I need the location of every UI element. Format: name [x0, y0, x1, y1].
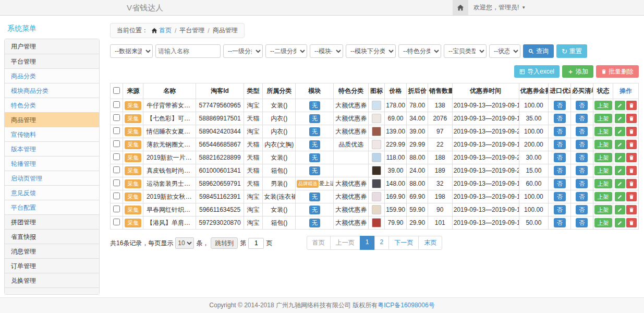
delete-button[interactable]	[626, 153, 637, 162]
status-button[interactable]: 上架	[594, 127, 612, 136]
row-checkbox[interactable]	[113, 127, 120, 134]
status-button[interactable]: 上架	[594, 101, 612, 110]
import-select-toggle[interactable]: 否	[554, 192, 566, 201]
sidebar-item-平台配置[interactable]: 平台配置	[5, 200, 99, 214]
select-all-checkbox[interactable]	[113, 87, 120, 94]
must-buy-toggle[interactable]: 否	[576, 192, 588, 201]
sidebar-item-平台管理[interactable]: 平台管理	[5, 54, 99, 68]
delete-button[interactable]	[626, 127, 637, 136]
import-select-toggle[interactable]: 否	[554, 140, 566, 149]
import-select-toggle[interactable]: 否	[554, 153, 566, 162]
sidebar-item-模块商品分类[interactable]: 模块商品分类	[5, 83, 99, 98]
status-button[interactable]: 上架	[594, 114, 612, 123]
batch-delete-button[interactable]: 批量删除	[596, 65, 639, 78]
status-button[interactable]: 上架	[594, 205, 612, 214]
edit-button[interactable]	[615, 101, 625, 110]
pager-button-3[interactable]: 2	[374, 236, 390, 250]
sidebar-item-clipped[interactable]	[5, 287, 99, 294]
must-buy-toggle[interactable]: 否	[576, 140, 588, 149]
pager-button-0[interactable]: 首页	[307, 236, 331, 250]
row-checkbox[interactable]	[113, 166, 120, 173]
filter-level2-category[interactable]: --二级分类--	[265, 44, 307, 58]
delete-button[interactable]	[626, 205, 637, 214]
status-button[interactable]: 上架	[594, 192, 612, 201]
jump-button[interactable]: 跳转到	[211, 237, 238, 249]
edit-button[interactable]	[615, 127, 625, 136]
status-button[interactable]: 上架	[594, 153, 612, 162]
sidebar-item-用户管理[interactable]: 用户管理	[5, 39, 99, 54]
per-page-select[interactable]: 10	[175, 237, 194, 249]
delete-button[interactable]	[626, 166, 637, 175]
pager-button-2[interactable]: 1	[360, 236, 375, 250]
import-select-toggle[interactable]: 否	[554, 101, 566, 110]
status-button[interactable]: 上架	[594, 140, 612, 149]
filter-name-input[interactable]	[155, 44, 221, 58]
filter-feature-category[interactable]: --特色分类--	[398, 44, 441, 58]
row-checkbox[interactable]	[113, 140, 120, 147]
filter-status[interactable]: --状态--	[489, 44, 520, 58]
sidebar-item-版本管理[interactable]: 版本管理	[5, 141, 99, 156]
sidebar-item-意见反馈[interactable]: 意见反馈	[5, 185, 99, 200]
must-buy-toggle[interactable]: 否	[576, 166, 588, 175]
status-button[interactable]: 上架	[594, 218, 612, 227]
edit-button[interactable]	[615, 218, 625, 227]
sidebar-item-订单管理[interactable]: 订单管理	[5, 258, 99, 273]
sidebar-item-商品分类[interactable]: 商品分类	[5, 68, 99, 83]
delete-button[interactable]	[626, 114, 637, 123]
edit-button[interactable]	[615, 205, 625, 214]
import-excel-button[interactable]: 导入excel	[514, 65, 560, 78]
filter-level1-category[interactable]: --一级分类--	[223, 44, 263, 58]
import-select-toggle[interactable]: 否	[554, 179, 566, 188]
sidebar-item-拼团管理[interactable]: 拼团管理	[5, 214, 99, 229]
filter-module-sub-category[interactable]: --模块下分类--	[346, 44, 396, 58]
import-select-toggle[interactable]: 否	[554, 166, 566, 175]
delete-button[interactable]	[626, 140, 637, 149]
row-checkbox[interactable]	[113, 192, 120, 199]
pager-button-1[interactable]: 上一页	[330, 236, 360, 250]
add-button[interactable]: ＋ 添加	[562, 65, 593, 78]
must-buy-toggle[interactable]: 否	[576, 218, 588, 227]
edit-button[interactable]	[615, 153, 625, 162]
row-checkbox[interactable]	[113, 101, 120, 108]
edit-button[interactable]	[615, 192, 625, 201]
delete-button[interactable]	[626, 179, 637, 188]
import-select-toggle[interactable]: 否	[554, 218, 566, 227]
edit-button[interactable]	[615, 140, 625, 149]
pager-button-4[interactable]: 下一页	[388, 236, 419, 250]
edit-button[interactable]	[615, 166, 625, 175]
sidebar-item-启动页管理[interactable]: 启动页管理	[5, 171, 99, 185]
must-buy-toggle[interactable]: 否	[576, 101, 588, 110]
must-buy-toggle[interactable]: 否	[576, 127, 588, 136]
search-button[interactable]: 查询	[523, 44, 554, 58]
sidebar-item-宣传物料[interactable]: 宣传物料	[5, 127, 99, 141]
status-button[interactable]: 上架	[594, 179, 612, 188]
sidebar-item-省直快报[interactable]: 省直快报	[5, 229, 99, 244]
sidebar-item-特色分类[interactable]: 特色分类	[5, 98, 99, 112]
filter-module[interactable]: --模块--	[310, 44, 343, 58]
row-checkbox[interactable]	[113, 114, 120, 121]
must-buy-toggle[interactable]: 否	[576, 114, 588, 123]
icp-link[interactable]: 粤ICP备16098006号	[378, 302, 434, 309]
reset-button[interactable]: ↻ 重置	[556, 44, 587, 58]
sidebar-item-兑换管理[interactable]: 兑换管理	[5, 273, 99, 287]
breadcrumb-home-link[interactable]: 首页	[151, 26, 172, 35]
filter-data-source[interactable]: --数据来源--	[110, 44, 153, 58]
row-checkbox[interactable]	[113, 179, 120, 186]
row-checkbox[interactable]	[113, 219, 120, 225]
sidebar-item-商品管理[interactable]: 商品管理	[5, 112, 99, 127]
pager-button-5[interactable]: 末页	[418, 236, 442, 250]
filter-item-type[interactable]: --宝贝类型--	[444, 44, 487, 58]
delete-button[interactable]	[626, 192, 637, 201]
must-buy-toggle[interactable]: 否	[576, 205, 588, 214]
must-buy-toggle[interactable]: 否	[576, 153, 588, 162]
import-select-toggle[interactable]: 否	[554, 127, 566, 136]
edit-button[interactable]	[615, 114, 625, 123]
home-button[interactable]	[453, 0, 468, 15]
edit-button[interactable]	[615, 179, 625, 188]
status-button[interactable]: 上架	[594, 166, 612, 175]
import-select-toggle[interactable]: 否	[554, 205, 566, 214]
sidebar-item-消息管理[interactable]: 消息管理	[5, 244, 99, 258]
jump-page-input[interactable]	[248, 238, 264, 249]
row-checkbox[interactable]	[113, 206, 120, 212]
user-menu[interactable]: 欢迎您，管理员! ▼	[468, 0, 531, 15]
